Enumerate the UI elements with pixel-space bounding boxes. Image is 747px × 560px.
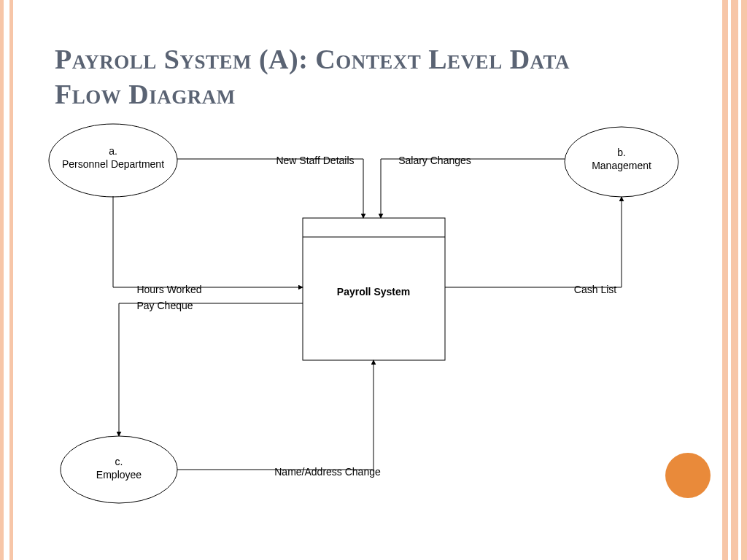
process-payroll-label: Payroll System (337, 286, 410, 298)
entity-personnel-tag: a. (109, 145, 117, 157)
entity-management-name: Management (592, 160, 651, 171)
flow-new-staff (177, 159, 363, 218)
entity-personnel-name: Personnel Department (62, 158, 164, 170)
flow-cash-list (445, 197, 622, 287)
flow-cash-list-label: Cash List (574, 284, 616, 295)
flow-pay-cheque (119, 303, 303, 436)
flow-hours-worked (113, 196, 303, 287)
flow-pay-cheque-label: Pay Cheque (136, 300, 193, 311)
flow-salary-changes-label: Salary Changes (398, 155, 471, 166)
decorative-circle (665, 453, 711, 498)
entity-management-tag: b. (617, 147, 626, 158)
entity-employee-name: Employee (96, 469, 142, 481)
entity-employee-tag: c. (115, 456, 123, 467)
data-flow-diagram: a. Personnel Department b. Management c.… (0, 0, 747, 560)
flow-new-staff-label: New Staff Details (276, 155, 354, 166)
flow-salary-changes (381, 159, 565, 218)
flow-name-addr-label: Name/Address Change (274, 466, 381, 478)
flow-hours-worked-label: Hours Worked (136, 284, 201, 295)
flow-name-addr (177, 360, 374, 470)
